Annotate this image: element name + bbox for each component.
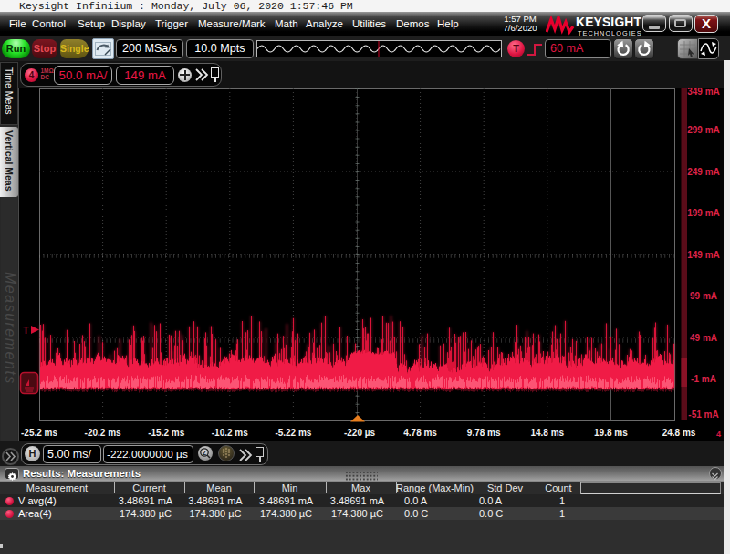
svg-text:T: T [23, 325, 29, 336]
svg-text:Z: Z [203, 450, 207, 456]
